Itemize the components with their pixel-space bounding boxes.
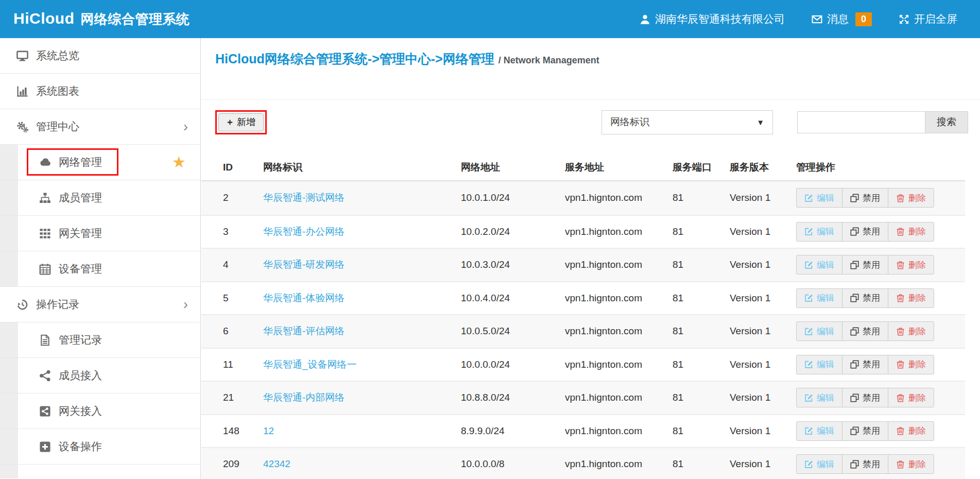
trash-icon	[896, 194, 905, 202]
delete-button[interactable]: 删除	[888, 321, 934, 341]
edit-button[interactable]: 编辑	[796, 355, 843, 374]
clone-icon	[850, 360, 859, 369]
network-link[interactable]: 华辰智通-办公网络	[263, 226, 345, 237]
disable-button[interactable]: 禁用	[842, 288, 888, 308]
cell-network: 10.0.4.0/24	[461, 293, 565, 304]
clone-icon	[850, 227, 859, 236]
table-body: 2 华辰智通-测试网络 10.0.1.0/24 vpn1.hignton.com…	[201, 181, 965, 479]
sidebar-item-bar-chart[interactable]: 系统图表	[0, 74, 200, 109]
delete-button[interactable]: 删除	[888, 421, 934, 441]
column-header-name: 网络标识	[263, 161, 461, 174]
edit-button[interactable]: 编辑	[796, 222, 843, 242]
sidebar-item-history[interactable]: 操作记录	[0, 287, 200, 322]
network-link[interactable]: 12	[263, 425, 274, 436]
fullscreen-toggle[interactable]: 开启全屏	[899, 12, 957, 26]
trash-icon	[896, 294, 905, 302]
disable-button[interactable]: 禁用	[842, 421, 888, 441]
messages-count-badge: 0	[855, 12, 872, 26]
brand-name: HiCloud	[13, 10, 74, 27]
sidebar-item-plus-square[interactable]: 设备操作	[0, 429, 200, 465]
disable-button[interactable]: 禁用	[842, 454, 888, 474]
edit-button[interactable]: 编辑	[796, 288, 843, 308]
sidebar-item-label: 操作记录	[36, 297, 79, 312]
edit-icon	[804, 394, 813, 402]
network-link[interactable]: 华辰智通-评估网络	[263, 326, 345, 336]
edit-button[interactable]: 编辑	[796, 321, 843, 341]
cell-network: 10.0.3.0/24	[461, 259, 565, 270]
cogs-icon	[14, 121, 30, 133]
sidebar-item-grid[interactable]: 网关管理	[0, 216, 200, 251]
edit-button[interactable]: 编辑	[796, 454, 843, 474]
delete-button[interactable]: 删除	[888, 255, 934, 275]
sidebar-item-cogs[interactable]: 管理中心	[0, 109, 200, 145]
sidebar-item-desktop[interactable]: 系统总览	[0, 38, 200, 74]
delete-button[interactable]: 删除	[888, 388, 934, 407]
delete-button[interactable]: 删除	[888, 454, 934, 474]
sidebar-item-share-square[interactable]: 网关接入	[0, 394, 200, 429]
messages-menu[interactable]: 消息 0	[812, 12, 872, 26]
envelope-icon	[812, 14, 822, 25]
sidebar-item-label: 系统总览	[36, 48, 79, 63]
network-link[interactable]: 华辰智通-体验网络	[263, 293, 345, 303]
cell-server: vpn1.hignton.com	[565, 458, 673, 470]
clone-icon	[850, 294, 859, 302]
network-link[interactable]: 华辰智通-内部网络	[263, 392, 345, 403]
add-button[interactable]: 新增	[218, 113, 264, 131]
table-row: 148 12 8.9.9.0/24 vpn1.hignton.com 81 Ve…	[201, 414, 965, 448]
table-row: 5 华辰智通-体验网络 10.0.4.0/24 vpn1.hignton.com…	[201, 281, 965, 315]
desktop-icon	[14, 50, 30, 62]
disable-button[interactable]: 禁用	[842, 388, 888, 407]
clone-icon	[850, 394, 859, 402]
search-button[interactable]: 搜索	[925, 111, 968, 133]
cell-actions: 编辑 禁用 删除	[793, 454, 965, 474]
calendar-icon	[37, 263, 53, 275]
disable-button[interactable]: 禁用	[842, 321, 888, 341]
cell-actions: 编辑 禁用 删除	[793, 421, 965, 441]
history-icon	[14, 299, 30, 311]
delete-button[interactable]: 删除	[888, 222, 934, 242]
cell-version: Version 1	[730, 326, 793, 337]
clone-icon	[850, 460, 859, 469]
cell-actions: 编辑 禁用 删除	[793, 255, 965, 275]
network-link[interactable]: 华辰智通-测试网络	[263, 192, 345, 203]
network-link[interactable]: 42342	[263, 458, 290, 469]
filter-select[interactable]: 网络标识	[601, 110, 773, 134]
search-input[interactable]	[797, 111, 925, 133]
company-name: 湖南华辰智通科技有限公司	[655, 12, 785, 26]
sidebar-item-calendar[interactable]: 设备管理	[0, 251, 200, 287]
network-link[interactable]: 华辰智通_设备网络一	[263, 359, 357, 370]
share-square-icon	[37, 405, 53, 417]
cell-name: 12	[263, 425, 461, 437]
sidebar-item-sitemap[interactable]: 成员管理	[0, 180, 200, 216]
cell-name: 华辰智通-办公网络	[263, 225, 461, 238]
disable-button[interactable]: 禁用	[842, 222, 888, 242]
cell-port: 81	[673, 392, 730, 403]
sidebar-item-cloud[interactable]: 网络管理	[0, 145, 200, 180]
edit-button[interactable]: 编辑	[796, 421, 843, 441]
cell-version: Version 1	[730, 192, 793, 203]
edit-button[interactable]: 编辑	[796, 255, 843, 275]
account-menu[interactable]: 湖南华辰智通科技有限公司	[640, 12, 785, 26]
edit-button[interactable]: 编辑	[796, 388, 843, 407]
sidebar-item-share-alt[interactable]: 成员接入	[0, 358, 200, 394]
cell-actions: 编辑 禁用 删除	[793, 288, 965, 308]
sidebar-item-label: 网关接入	[59, 404, 102, 418]
cell-server: vpn1.hignton.com	[565, 326, 673, 337]
disable-button[interactable]: 禁用	[842, 188, 888, 208]
edit-icon	[804, 426, 813, 435]
delete-button[interactable]: 删除	[888, 288, 934, 308]
sidebar-item-label: 设备管理	[59, 262, 102, 276]
disable-button[interactable]: 禁用	[842, 255, 888, 275]
disable-button[interactable]: 禁用	[842, 355, 888, 374]
sidebar-item-label: 网络管理	[59, 155, 102, 169]
column-header-network: 网络地址	[461, 161, 565, 174]
trash-icon	[896, 360, 905, 369]
delete-button[interactable]: 删除	[888, 355, 934, 374]
sidebar-item-file-text[interactable]: 管理记录	[0, 322, 200, 358]
network-link[interactable]: 华辰智通-研发网络	[263, 259, 345, 270]
edit-button[interactable]: 编辑	[796, 188, 843, 208]
delete-button[interactable]: 删除	[888, 188, 934, 208]
cell-version: Version 1	[730, 293, 793, 304]
messages-label: 消息	[827, 12, 849, 26]
toolbar: 新增 网络标识 搜索	[215, 109, 968, 135]
